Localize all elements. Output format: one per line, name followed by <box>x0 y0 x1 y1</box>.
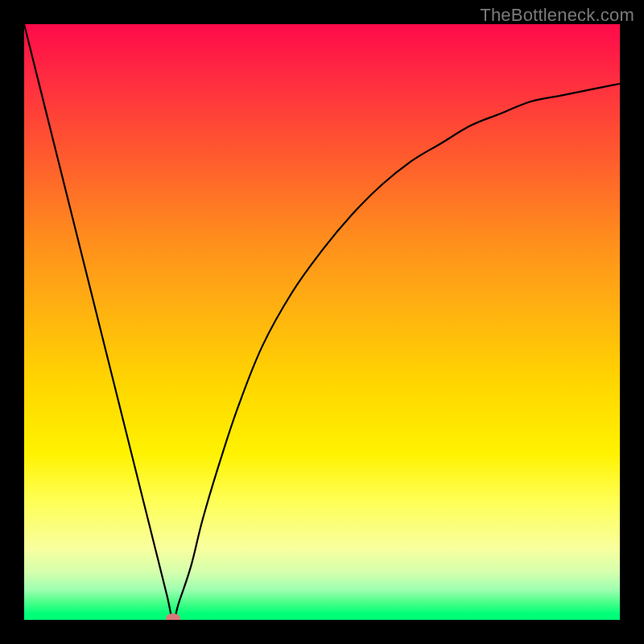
chart-frame: TheBottleneck.com <box>0 0 644 644</box>
plot-area <box>24 24 620 620</box>
curve-svg <box>24 24 620 620</box>
min-marker <box>166 613 180 620</box>
watermark-text: TheBottleneck.com <box>480 5 634 26</box>
bottleneck-curve <box>24 24 620 620</box>
